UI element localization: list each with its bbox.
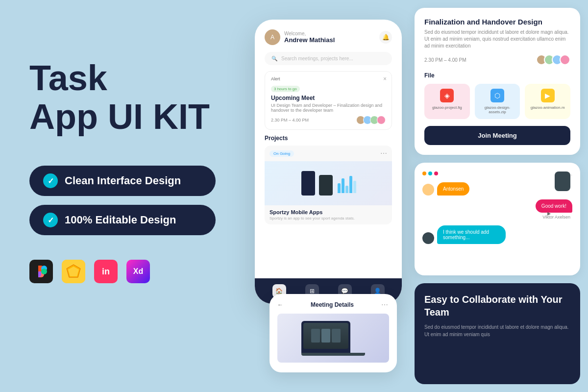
badge-editable-design: 100% Editable Design [29,205,216,235]
chat-avatar-dark [422,232,434,244]
right-panel: Finalization and Handover Design Sed do … [407,0,588,392]
dark-card: Easy to Collaborate with Your Team Sed d… [415,283,580,384]
avatar-4 [377,116,386,124]
meeting-details-title: Meeting Details [311,301,354,308]
dot-teal [428,172,432,175]
file-label: File [424,72,570,79]
feature-badges: Clean Interface Design 100% Editable Des… [29,166,216,235]
center-panel: A Welcome, Andrew Mathiasl 🔔 🔍 Search me… [245,10,412,382]
alert-meeting-title: Upcoming Meet [271,95,386,101]
dot-pink [434,172,438,175]
join-meeting-button[interactable]: Join Meeting [424,126,570,145]
search-icon: 🔍 [271,56,277,61]
dot-orange [422,172,426,175]
phone-mockup: A Welcome, Andrew Mathiasl 🔔 🔍 Search me… [255,20,402,304]
chat-msg-1: Antonsen [422,182,572,196]
decorative-object [555,172,570,191]
file-cards: ◈ glazoo-project.fig ⬡ glazoo-design-ass… [424,84,570,119]
figma-file-icon: ◈ [440,89,454,102]
project-image [265,161,392,205]
project-card-header: On Going ⋯ [265,146,392,161]
file-card-animation[interactable]: ▶ glazoo-animation.m [525,84,570,119]
phone-header: A Welcome, Andrew Mathiasl 🔔 [265,29,392,45]
avatar-stack [536,54,570,65]
alert-meeting-desc: UI Design Team and Developer – Finalizat… [271,103,386,113]
badge-label-2: 100% Editable Design [65,214,176,226]
chat-avatar-antonsen [422,184,434,196]
sketch-icon [62,260,85,283]
bar-chart [338,173,356,193]
fin-time: 2.30 PM – 4.00 PM [424,57,466,63]
bell-icon[interactable]: 🔔 [379,31,392,44]
user-name: Andrew Mathiasl [284,36,335,44]
animation-file-icon: ▶ [541,89,555,102]
chat-card: ... Antonsen Good work! Viktor Axelsen [415,163,580,275]
cursor-icon: ▸ [547,209,551,217]
time-badge: 3 hours to go [271,86,300,92]
title-line1: Task [29,58,107,98]
user-avatar: A [265,29,280,45]
invision-icon: in [94,260,118,283]
more-options-icon[interactable]: ⋯ [380,149,387,157]
meeting-card: ← Meeting Details ⋯ [270,294,397,372]
dark-card-desc: Sed do eiusmod tempor incididunt ut labo… [424,323,570,338]
alert-time: 2.30 PM – 4.00 PM [271,118,309,122]
chat-msg-4: I think we should add something... [422,225,572,244]
project-desc: Sportzy is an app to see your sport agen… [270,216,387,220]
section-projects-title: Projects [265,135,392,142]
finalization-card: Finalization and Handover Design Sed do … [415,8,580,155]
alert-box: Alert × 3 hours to go Upcoming Meet UI D… [265,71,392,130]
fin-title: Finalization and Handover Design [424,18,570,26]
figma-icon [29,260,53,283]
app-title: Task App UI KIT [29,59,216,136]
file-section: File ◈ glazoo-project.fig ⬡ glazoo-desig… [424,72,570,119]
project-name: Sportzy Mobile Apps [270,209,387,215]
laptop-screen [303,323,348,349]
project-info: Sportzy Mobile Apps Sportzy is an app to… [265,205,392,224]
search-placeholder: Search meetings, projects here... [281,56,353,61]
bubble-antonsen: Antonsen [437,182,469,196]
check-icon-2 [43,213,58,227]
meeting-card-header: ← Meeting Details ⋯ [277,301,389,309]
file-card-fig[interactable]: ◈ glazoo-project.fig [424,84,470,119]
bubble-goodwork: Good work! [536,199,572,213]
zip-file-icon: ⬡ [490,89,504,102]
welcome-text: Welcome, [284,31,335,36]
xd-icon: Xd [126,260,150,283]
more-options-meeting[interactable]: ⋯ [381,301,389,309]
back-arrow-icon[interactable]: ← [277,301,283,308]
fin-desc: Sed do eiusmod tempor incididunt ut labo… [424,29,570,49]
alert-time-row: 2.30 PM – 4.00 PM [271,116,386,124]
alert-label: Alert [271,76,386,81]
file-name-1: glazoo-project.fig [432,105,462,110]
chat-dots [422,172,438,175]
close-alert-button[interactable]: × [383,75,387,82]
file-card-zip[interactable]: ⬡ glazoo-design-assets.zip [475,84,520,119]
on-going-badge: On Going [270,150,294,157]
project-card[interactable]: On Going ⋯ Sportzy Mobile Apps Spor [265,146,392,224]
fin-av-4 [560,54,570,65]
check-icon-1 [43,173,58,188]
time-row: 2.30 PM – 4.00 PM [424,54,570,65]
chat-header: ... [422,171,572,176]
title-line2: App UI KIT [29,97,210,136]
badge-label-1: Clean Interface Design [65,174,181,187]
file-name-3: glazoo-animation.m [531,105,565,110]
dark-card-title: Easy to Collaborate with Your Team [424,293,570,318]
bubble-think: I think we should add something... [437,225,506,244]
search-bar[interactable]: 🔍 Search meetings, projects here... [265,52,392,65]
laptop-image [277,314,389,363]
badge-clean-interface: Clean Interface Design [29,166,216,196]
file-name-2: glazoo-design-assets.zip [479,105,516,114]
user-info: A Welcome, Andrew Mathiasl [265,29,335,45]
avatars-row [356,116,386,124]
tool-icons-row: in Xd [29,260,216,283]
left-panel: Task App UI KIT Clean Interface Design 1… [0,0,245,392]
